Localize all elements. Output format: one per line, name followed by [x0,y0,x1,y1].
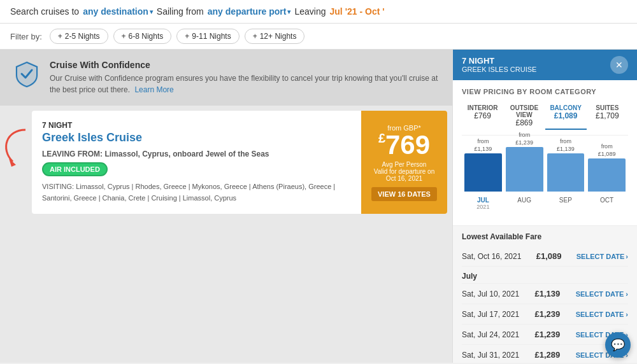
svg-marker-0 [9,158,16,167]
panel-title-block: 7 NIGHT GREEK ISLES CRUISE [462,56,536,73]
select-jul-10[interactable]: SELECT DATE › [576,290,628,298]
lowest-fare-date: Sat, Oct 16, 2021 [462,252,521,261]
bar-label-aug: AUG [506,197,543,204]
right-panel: 7 NIGHT GREEK ISLES CRUISE ✕ VIEW PRICIN… [452,50,637,363]
leaving-row: LEAVING FROM: Limassol, Cyprus, onboard … [42,150,351,158]
category-balcony[interactable]: BALCONY £1,089 [545,102,587,130]
search-prefix: Search cruises to [10,6,79,17]
pricing-title: VIEW PRICING BY ROOM CATEGORY [462,88,628,95]
confidence-title: Cruise With Confidence [50,60,440,70]
fare-jul-31: Sat, Jul 31, 2021 £1,289 SELECT DATE › [462,345,628,363]
cat-suites-label: SUITES [588,104,627,111]
leaving-dates: Jul '21 - Oct ' [330,6,385,17]
lowest-fare-title: Lowest Available Fare [462,232,628,241]
avg-per-person: Avg Per Person [382,161,427,168]
category-interior[interactable]: INTERIOR £769 [462,102,503,130]
cat-balcony-label: BALCONY [547,104,585,111]
lowest-fare-select[interactable]: SELECT DATE › [576,253,628,260]
cat-interior-price: £769 [463,111,502,120]
cat-outside-label: OUTSIDE VIEW [505,104,543,118]
month-july: July [462,267,628,284]
filter-2-5-nights[interactable]: + 2-5 Nights [50,29,108,44]
filter-9-11-nights[interactable]: + 9-11 Nights [176,29,239,44]
bar-label-sep: SEP [547,197,585,204]
sailing-prefix: Sailing from [157,6,204,17]
leaving-prefix: Leaving [294,6,326,17]
confidence-banner: Cruise With Confidence Our Cruise with C… [0,50,452,106]
visiting-row: VISITING: Limassol, Cyprus | Rhodes, Gre… [42,181,351,204]
content-area: Cruise With Confidence Our Cruise with C… [0,50,452,363]
chat-button[interactable]: 💬 [605,332,631,358]
destination-arrow: ▾ [150,8,153,15]
panel-nights: 7 NIGHT [462,56,536,66]
fare-jul-10: Sat, Jul 10, 2021 £1,139 SELECT DATE › [462,284,628,304]
fare-jul-17: Sat, Jul 17, 2021 £1,239 SELECT DATE › [462,304,628,325]
shield-icon [13,60,41,88]
chart-bars: from £1,139 from £1,239 from £1,139 [464,141,626,192]
lowest-fare-row: Sat, Oct 16, 2021 £1,089 SELECT DATE › [462,246,628,267]
bar-oct[interactable]: from £1,089 [588,143,626,192]
cat-balcony-price: £1,089 [547,111,585,120]
port-arrow: ▾ [287,8,290,15]
red-arrow-indicator [0,123,32,174]
cat-interior-label: INTERIOR [463,104,502,111]
bar-sep-rect [547,153,585,192]
bar-jul-rect [464,153,502,192]
destination-dropdown[interactable]: any destination ▾ [83,6,153,17]
cruise-name: Greek Isles Cruise [42,131,351,144]
search-bar: Search cruises to any destination ▾ Sail… [0,0,637,24]
view-dates-btn[interactable]: VIEW 16 DATES [371,187,437,201]
valid-date: Oct 16, 2021 [386,175,422,182]
cruise-nights-label: 7 NIGHT [42,121,351,130]
confidence-text: Cruise With Confidence Our Cruise with C… [50,60,440,95]
chat-icon: 💬 [611,338,625,352]
bar-sep[interactable]: from £1,139 [547,138,585,192]
confidence-description: Our Cruise with Confidence program ensur… [50,73,440,95]
cruise-card: 7 NIGHT Greek Isles Cruise LEAVING FROM:… [32,111,447,214]
filter-bar: Filter by: + 2-5 Nights + 6-8 Nights + 9… [0,24,637,50]
category-suites[interactable]: SUITES £1,709 [587,102,628,130]
main-layout: Cruise With Confidence Our Cruise with C… [0,50,637,363]
filter-12plus-nights[interactable]: + 12+ Nights [245,29,305,44]
bar-label-oct: OCT [588,197,626,204]
air-included-badge: AIR INCLUDED [42,162,351,176]
panel-close-button[interactable]: ✕ [610,56,628,74]
bar-aug-rect [506,147,543,192]
bar-aug[interactable]: from £1,239 [506,132,543,192]
cruise-card-left: 7 NIGHT Greek Isles Cruise LEAVING FROM:… [32,111,361,214]
panel-header: 7 NIGHT GREEK ISLES CRUISE ✕ [453,50,637,80]
select-jul-17[interactable]: SELECT DATE › [576,311,628,318]
panel-cruise-name: GREEK ISLES CRUISE [462,66,536,73]
category-outside[interactable]: OUTSIDE VIEW £869 [503,102,545,130]
chart-area: from £1,139 from £1,239 from £1,139 [462,141,628,210]
learn-more-link[interactable]: Learn More [134,85,173,94]
port-dropdown[interactable]: any departure port ▾ [208,6,291,17]
valid-for: Valid for departure on [374,168,434,175]
cruise-price-panel[interactable]: from GBP* £769 Avg Per Person Valid for … [361,111,447,214]
cruise-price: £769 [378,132,430,158]
bar-year-jul: 2021 [464,204,502,210]
filter-label: Filter by: [10,32,42,41]
bar-jul[interactable]: from £1,139 [464,138,502,192]
filter-6-8-nights[interactable]: + 6-8 Nights [113,29,172,44]
bar-label-jul: JUL [464,197,502,204]
cat-outside-price: £869 [505,118,543,127]
pricing-section: VIEW PRICING BY ROOM CATEGORY INTERIOR £… [453,80,637,225]
cat-suites-price: £1,709 [588,111,627,120]
fare-jul-24: Sat, Jul 24, 2021 £1,239 SELECT DATE › [462,325,628,345]
bar-oct-rect [588,158,626,192]
room-categories: INTERIOR £769 OUTSIDE VIEW £869 BALCONY … [462,102,628,136]
lowest-fare-price: £1,089 [536,251,562,261]
cruise-card-wrapper: 7 NIGHT Greek Isles Cruise LEAVING FROM:… [0,111,452,214]
